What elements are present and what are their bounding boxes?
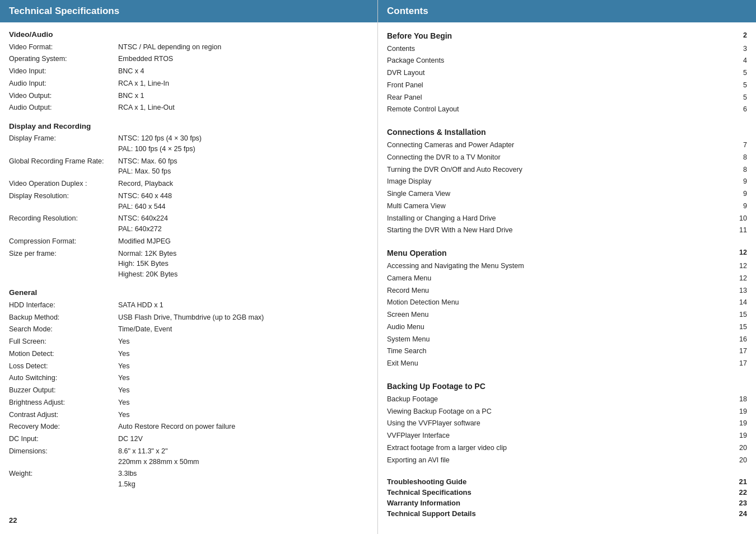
contents-entry-row: VVFPlayer Interface19 [387,430,747,442]
spec-label: Size per frame: [9,247,118,280]
contents-entry-page: 5 [734,80,747,91]
spec-table: Display Frame:NTSC: 120 fps (4 × 30 fps)… [9,133,368,281]
contents-entry-label: Starting the DVR With a New Hard Drive [387,225,734,236]
contents-entry-page: 16 [734,334,747,345]
contents-entry-row: Contents3 [387,43,747,55]
spec-value: RCA x 1, Line-In [118,77,368,90]
contents-entry-label: Record Menu [387,285,734,296]
contents-entry-page: 11 [734,225,747,236]
contents-bottom-entry-row: Technical Support Details24 [387,508,747,519]
spec-table: HDD Interface:SATA HDD x 1Backup Method:… [9,299,368,490]
contents-entry-label: Image Display [387,176,734,187]
contents-section-page [734,381,747,392]
contents-entry-page: 6 [734,104,747,115]
contents-entry-page: 9 [734,189,747,199]
spec-section-title: Video/Audio [9,30,368,39]
contents-section: Backing Up Footage to PCBackup Footage18… [387,380,747,466]
contents-section-title-row: Menu Operation12 [387,247,747,260]
spec-label: HDD Interface: [9,299,118,311]
contents-entry-row: Starting the DVR With a New Hard Drive11 [387,224,747,237]
spec-value: BNC x 1 [118,90,368,102]
contents-entry-row: Multi Camera View9 [387,200,747,212]
spec-row: Display Resolution:NTSC: 640 x 448PAL: 6… [9,190,368,213]
spec-label: Buzzer Output: [9,385,118,397]
contents-entry-page: 14 [734,297,747,308]
contents-bottom-entry-page: 22 [739,488,747,496]
spec-row: Search Mode:Time/Date, Event [9,324,368,336]
spec-section-title: Display and Recording [9,122,368,130]
spec-label: Loss Detect: [9,360,118,372]
spec-row: Buzzer Output:Yes [9,385,368,397]
contents-bottom-entry-page: 24 [739,509,747,518]
contents-section-title: Before You Begin [387,30,734,42]
contents-entry-page: 5 [734,92,747,103]
spec-value: NTSC: 120 fps (4 × 30 fps)PAL: 100 fps (… [118,133,368,156]
contents-entry-label: Audio Menu [387,322,734,332]
contents-entry-label: Installing or Changing a Hard Drive [387,213,734,224]
contents-entry-row: Installing or Changing a Hard Drive10 [387,212,747,224]
spec-label: Dimensions: [9,445,118,468]
contents-bottom-entries: Troubleshooting Guide21Technical Specifi… [387,476,747,519]
spec-label: Brightness Adjust: [9,396,118,409]
spec-value: NTSC: 640 x 448PAL: 640 x 544 [118,190,368,213]
contents-section-title-row: Connections & Installation [387,126,747,139]
left-panel-header: Technical Specifications [0,0,377,22]
contents-entry-page: 3 [734,44,747,54]
spec-label: Compression Format: [9,235,118,247]
contents-entry-label: Connecting Cameras and Power Adapter [387,140,734,151]
contents-entry-label: Motion Detection Menu [387,297,734,308]
contents-entry-row: Record Menu13 [387,284,747,297]
contents-entry-label: Time Search [387,346,734,357]
spec-row: DC Input:DC 12V [9,433,368,446]
right-panel-content: Before You Begin2Contents3Package Conten… [378,29,756,528]
contents-section: Before You Begin2Contents3Package Conten… [387,29,747,116]
contents-bottom-entry-row: Technical Specifications22 [387,487,747,498]
contents-bottom-entry-label: Technical Support Details [387,509,476,518]
right-panel: Contents Before You Begin2Contents3Packa… [378,0,756,534]
contents-entry-label: Rear Panel [387,92,734,103]
spec-row: Recovery Mode:Auto Restore Record on pow… [9,421,368,433]
contents-entry-row: Time Search17 [387,345,747,358]
contents-bottom-entry-label: Warranty Information [387,499,460,507]
contents-bottom-entry-page: 23 [739,499,747,507]
spec-row: Video Format:NTSC / PAL depending on reg… [9,41,368,53]
contents-entry-row: Camera Menu12 [387,272,747,284]
spec-row: Compression Format:Modified MJPEG [9,235,368,247]
spec-row: Weight:3.3lbs1.5kg [9,468,368,491]
spec-value: RCA x 1, Line-Out [118,102,368,114]
spec-label: Video Operation Duplex : [9,178,118,190]
contents-entry-label: Remote Control Layout [387,104,734,115]
contents-entry-label: Contents [387,44,734,54]
spec-row: Video Output:BNC x 1 [9,90,368,102]
contents-bottom-entry-label: Troubleshooting Guide [387,477,466,486]
left-header-title: Technical Specifications [9,6,119,16]
spec-row: Size per frame:Normal: 12K BytesHigh: 15… [9,247,368,280]
contents-entry-label: Using the VVFPlayer software [387,418,734,429]
contents-entry-label: Package Contents [387,55,734,66]
spec-value: Yes [118,385,368,397]
contents-entry-row: Turning the DVR On/Off and Auto Recovery… [387,163,747,176]
contents-entry-row: Image Display9 [387,176,747,188]
contents-entry-page: 19 [734,406,747,417]
contents-entry-page: 8 [734,165,747,175]
spec-label: Audio Output: [9,102,118,114]
contents-entry-row: Exporting an AVI file20 [387,454,747,466]
contents-entry-row: Backup Footage18 [387,393,747,405]
spec-value: 3.3lbs1.5kg [118,468,368,491]
contents-section-title-row: Backing Up Footage to PC [387,380,747,393]
contents-entry-label: Connecting the DVR to a TV Monitor [387,152,734,163]
contents-entry-row: Extract footage from a larger video clip… [387,442,747,454]
contents-entry-page: 9 [734,176,747,187]
spec-value: Time/Date, Event [118,324,368,336]
contents-entry-page: 10 [734,213,747,224]
spec-row: Audio Output:RCA x 1, Line-Out [9,102,368,114]
contents-section-page: 12 [734,247,747,259]
spec-label: Display Frame: [9,133,118,156]
spec-label: Search Mode: [9,324,118,336]
spec-value: Normal: 12K BytesHigh: 15K BytesHighest:… [118,247,368,280]
spec-value: NTSC: 640x224PAL: 640x272 [118,213,368,236]
contents-entry-label: System Menu [387,334,734,345]
contents-entry-page: 19 [734,430,747,441]
spec-label: Global Recording Frame Rate: [9,155,118,178]
contents-bottom-entry-row: Warranty Information23 [387,498,747,508]
